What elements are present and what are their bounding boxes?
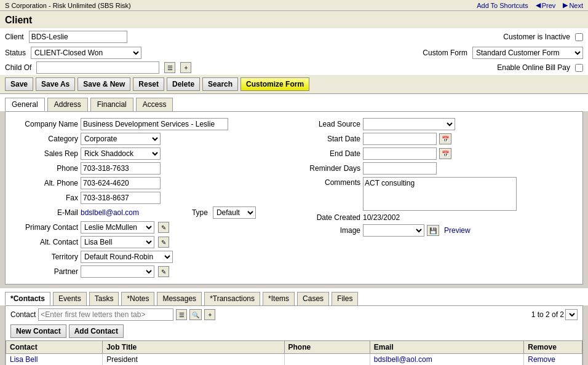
next-link[interactable]: ▶ Next [563,1,583,9]
contact-search-input[interactable] [38,308,173,321]
contacts-section: Contact ☰ 🔍 + 1 to 2 of 2 ▼ New Contact … [5,305,583,365]
delete-button[interactable]: Delete [167,77,200,91]
custom-form-select[interactable]: Standard Customer Form [472,47,583,59]
image-field: Image 💾 Preview [299,223,578,238]
col-job-title: Job Title [103,341,284,354]
main-container: S Corporation - Risk Unlimited (SBS Risk… [0,0,588,365]
comments-textarea[interactable]: ACT consulting [363,177,517,211]
bottom-tab-transactions[interactable]: *Transactions [204,292,260,305]
email-field: E-Mail bdslbell@aol.com Type Default [10,205,289,220]
company-name-field: Company Name [10,117,289,131]
remove-link[interactable]: Remove [528,355,555,364]
bottom-tab-messages[interactable]: Messages [157,292,202,305]
contacts-table: Contact Job Title Phone Email Remove Lis… [6,340,582,365]
image-browse-icon[interactable]: 💾 [427,225,439,236]
status-select[interactable]: CLIENT-Closed Won [31,47,141,59]
save-button[interactable]: Save [5,77,33,91]
email-type-select[interactable]: Default [213,206,256,219]
child-of-new-icon[interactable]: + [180,62,191,73]
end-date-calendar-icon[interactable]: 📅 [439,148,451,159]
date-created-field: Date Created 10/23/2002 [299,212,578,223]
search-button[interactable]: Search [202,77,238,91]
enable-bill-pay-checkbox[interactable] [575,64,583,72]
page-title: Client [5,12,583,28]
tab-financial[interactable]: Financial [90,98,133,111]
phone-input[interactable] [81,162,161,175]
prev-arrow-icon: ◀ [536,1,541,9]
bottom-tab-cases[interactable]: Cases [297,292,329,305]
pagination-select[interactable]: ▼ [565,309,578,320]
save-new-button[interactable]: Save & New [77,77,130,91]
lead-source-select[interactable] [363,118,455,130]
start-date-label: Start Date [299,135,360,143]
category-select[interactable]: Corporate [81,133,161,145]
reminder-days-field: Reminder Days [299,161,578,176]
territory-field: Territory Default Round-Robin [10,249,289,264]
table-row: Lisa Bell President bdslbell@aol.com Rem… [6,354,582,366]
alt-contact-edit-icon[interactable]: ✎ [158,237,169,248]
contact-name-link[interactable]: Lisa Bell [10,355,38,364]
primary-contact-label: Primary Contact [10,223,78,232]
bottom-tab-events[interactable]: Events [53,292,87,305]
lead-source-label: Lead Source [299,120,360,128]
alt-phone-input[interactable] [81,177,161,189]
bottom-tab-files[interactable]: Files [332,292,358,305]
add-shortcuts-link[interactable]: Add To Shortcuts [477,2,528,9]
tab-address[interactable]: Address [47,98,88,111]
bottom-tab-items[interactable]: *Items [263,292,295,305]
partner-edit-icon[interactable]: ✎ [158,266,169,277]
phone-label: Phone [10,164,78,173]
alt-contact-select[interactable]: Lisa Bell [81,236,154,248]
client-fields-row3: Child Of ☰ + Enable Online Bill Pay [0,60,588,75]
preview-link[interactable]: Preview [444,226,471,235]
contact-add-icon[interactable]: + [204,309,215,320]
end-date-label: End Date [299,149,360,158]
tab-access[interactable]: Access [136,98,173,111]
image-select[interactable] [363,224,424,237]
page-header: Client [0,11,588,28]
company-name-input[interactable] [81,118,228,130]
sales-rep-select[interactable]: Rick Shaddock [81,147,161,160]
child-of-input[interactable] [36,61,159,74]
contact-toolbar: Contact ☰ 🔍 + 1 to 2 of 2 ▼ [6,306,582,323]
bottom-tab-tasks[interactable]: Tasks [89,292,119,305]
phone-cell [284,354,370,366]
client-name-input[interactable] [29,31,127,43]
end-date-input[interactable] [363,147,437,160]
child-of-label: Child Of [5,63,31,72]
save-as-button[interactable]: Save As [36,77,75,91]
customer-inactive-checkbox[interactable] [575,33,583,41]
col-contact: Contact [6,341,103,354]
primary-contact-field: Primary Contact Leslie McMullen ✎ [10,220,289,235]
bottom-tab-notes[interactable]: *Notes [121,292,154,305]
child-of-list-icon[interactable]: ☰ [164,62,175,73]
comments-field: Comments ACT consulting [299,176,578,212]
client-fields-row1: Client Customer is Inactive [0,28,588,45]
contact-search-icon[interactable]: 🔍 [189,309,202,320]
primary-contact-edit-icon[interactable]: ✎ [158,222,169,233]
job-title-cell: President [103,354,284,366]
email-link[interactable]: bdslbell@aol.com [374,355,432,364]
reset-button[interactable]: Reset [133,77,164,91]
new-contact-button[interactable]: New Contact [10,324,66,338]
prev-link[interactable]: ◀ Prev [536,1,556,9]
phone-field: Phone [10,161,289,176]
fax-input[interactable] [81,192,161,204]
start-date-input[interactable] [363,133,437,145]
contact-list-icon[interactable]: ☰ [176,309,187,320]
col-email: Email [370,341,524,354]
primary-contact-select[interactable]: Leslie McMullen [81,221,154,234]
email-value: bdslbell@aol.com [81,208,139,217]
alt-contact-label: Alt. Contact [10,238,78,246]
territory-select[interactable]: Default Round-Robin [81,251,173,263]
customize-form-button[interactable]: Customize Form [240,77,309,91]
status-label: Status [5,49,26,57]
start-date-calendar-icon[interactable]: 📅 [439,133,451,144]
partner-select[interactable] [81,265,154,278]
bottom-tab-contacts[interactable]: *Contacts [5,292,50,305]
reminder-days-input[interactable] [363,162,437,175]
territory-label: Territory [10,253,78,261]
bottom-tabs-row: *Contacts Events Tasks *Notes Messages *… [0,288,588,305]
tab-general[interactable]: General [5,98,45,111]
add-contact-button[interactable]: Add Contact [69,324,124,338]
